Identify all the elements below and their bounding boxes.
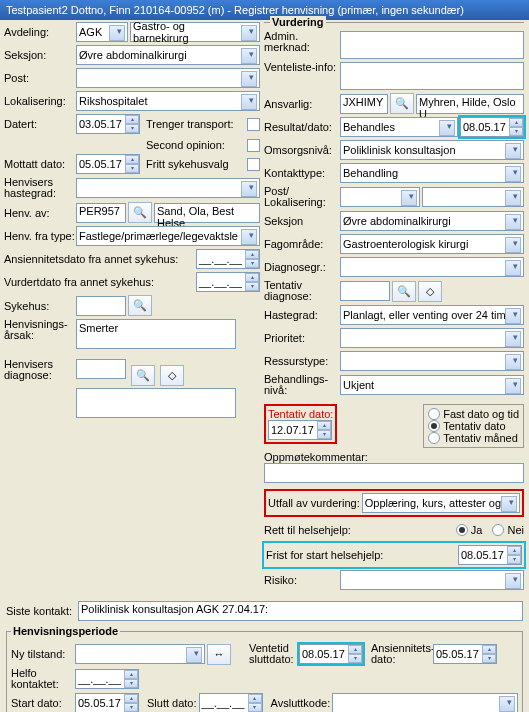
avdeling-label: Avdeling: — [4, 26, 76, 38]
henvisningsperiode-section: Henvisningsperiode Ny tilstand: ↔ Ventet… — [6, 625, 523, 712]
lok-r-select[interactable] — [422, 187, 524, 207]
diagnosegr-select[interactable] — [340, 257, 524, 277]
ventetid-date[interactable]: 08.05.17▴▾ — [299, 644, 363, 664]
admin-textarea[interactable] — [340, 31, 524, 59]
hastegrad-select[interactable] — [76, 178, 260, 198]
vurdert-label: Vurdertdato fra annet sykehus: — [4, 276, 196, 288]
resultat-date[interactable]: 08.05.17▴▾ — [460, 117, 524, 137]
risiko-select[interactable] — [340, 570, 524, 590]
seksjon-select[interactable]: Øvre abdominalkirurgi — [76, 45, 260, 65]
binoculars-icon[interactable]: 🔍 — [392, 281, 416, 302]
arsak-textarea[interactable]: Smerter — [76, 319, 236, 349]
resultat-select[interactable]: Behandles — [340, 117, 458, 137]
post-r-select[interactable] — [340, 187, 420, 207]
sykehus-input[interactable] — [76, 296, 126, 316]
ventetid-label: Ventetid sluttdato: — [249, 643, 299, 665]
trenger-transport-label: Trenger transport: — [146, 118, 243, 130]
hastegrad-r-label: Hastegrad: — [264, 309, 340, 321]
hp-legend: Henvisningsperiode — [11, 625, 120, 637]
binoculars-icon[interactable]: 🔍 — [128, 295, 152, 316]
slutt-date[interactable]: __.__.__▴▾ — [199, 693, 263, 712]
diag-textarea[interactable] — [76, 388, 236, 418]
tentativ-dato[interactable]: 12.07.17▴▾ — [268, 420, 332, 440]
second-opinion-checkbox[interactable] — [247, 139, 260, 152]
helfo-date[interactable]: __.__.__▴▾ — [75, 669, 139, 689]
ny-tilstand-label: Ny tilstand: — [11, 648, 75, 660]
fagomrade-select[interactable]: Gastroenterologisk kirurgi — [340, 234, 524, 254]
ansvarlig-name[interactable]: Myhren, Hilde, Oslo U — [416, 94, 524, 114]
ressurstype-select[interactable] — [340, 351, 524, 371]
venteliste-textarea[interactable] — [340, 62, 524, 90]
eraser-icon[interactable]: ◇ — [418, 281, 442, 302]
eraser-icon[interactable]: ◇ — [160, 365, 184, 386]
post-lok-label: Post/ Lokalisering: — [264, 186, 340, 208]
lokalisering-select[interactable]: Rikshospitalet — [76, 91, 260, 111]
datert-date[interactable]: 03.05.17▴▾ — [76, 114, 140, 134]
helfo-label: Helfo kontaktet: — [11, 668, 75, 690]
avslutt-select[interactable] — [332, 693, 518, 712]
diagnosegr-label: Diagnosegr.: — [264, 261, 340, 273]
oppmote-label: Oppmøtekommentar: — [264, 451, 524, 463]
omsorg-label: Omsorgsnivå: — [264, 144, 340, 156]
datert-label: Datert: — [4, 118, 76, 130]
fritt-label: Fritt sykehusvalg — [146, 158, 243, 170]
omsorg-select[interactable]: Poliklinisk konsultasjon — [340, 140, 524, 160]
post-select[interactable] — [76, 68, 260, 88]
expand-icon[interactable]: ↔ — [207, 644, 231, 665]
avdeling-select[interactable]: AGK — [76, 22, 128, 42]
fritt-checkbox[interactable] — [247, 158, 260, 171]
henv-av-label: Henv. av: — [4, 207, 76, 219]
kontakttype-label: Kontakttype: — [264, 167, 340, 179]
henv-fra-type-select[interactable]: Fastlege/primærlege/legevaktsle — [76, 226, 260, 246]
henv-av-name[interactable]: Sand, Ola, Best Helse — [154, 203, 260, 223]
binoculars-icon[interactable]: 🔍 — [390, 93, 414, 114]
radio-nei[interactable] — [492, 524, 504, 536]
utfall-label: Utfall av vurdering: — [268, 497, 360, 509]
siste-label: Siste kontakt: — [6, 605, 78, 617]
slutt-label: Slutt dato: — [147, 697, 197, 709]
binoculars-icon[interactable]: 🔍 — [131, 365, 155, 386]
radio-ja[interactable] — [456, 524, 468, 536]
henv-av-code[interactable]: PER957 — [76, 203, 126, 223]
hastegrad-r-select[interactable]: Planlagt, eller venting over 24 tim — [340, 305, 524, 325]
prioritet-label: Prioritet: — [264, 332, 340, 344]
radio-tentativ[interactable] — [428, 420, 440, 432]
vurdert-date[interactable]: __.__.__▴▾ — [196, 272, 260, 292]
radio-fast[interactable] — [428, 408, 440, 420]
mottatt-date[interactable]: 05.05.17▴▾ — [76, 154, 140, 174]
lokalisering-label: Lokalisering: — [4, 95, 76, 107]
start-date[interactable]: 05.05.17▴▾ — [75, 693, 139, 712]
diag-label: Henvisers diagnose: — [4, 359, 76, 381]
venteliste-label: Venteliste-info: — [264, 62, 340, 73]
siste-input[interactable]: Poliklinisk konsultasjon AGK 27.04.17: — [78, 601, 523, 621]
admin-label: Admin. merknad: — [264, 31, 340, 53]
avdeling2-select[interactable]: Gastro- og barnekirurg — [130, 22, 260, 42]
seksjon-r-label: Seksjon — [264, 215, 340, 227]
tentativ-dato-box: Tentativ dato: 12.07.17▴▾ — [264, 404, 337, 444]
kontakttype-select[interactable]: Behandling — [340, 163, 524, 183]
trenger-transport-checkbox[interactable] — [247, 118, 260, 131]
arsak-label: Henvisnings-årsak: — [4, 319, 76, 341]
seksjon-label: Seksjon: — [4, 49, 76, 61]
hastegrad-label: Henvisers hastegrad: — [4, 177, 76, 199]
frist-label: Frist for start helsehjelp: — [266, 549, 458, 561]
prioritet-select[interactable] — [340, 328, 524, 348]
radio-maned[interactable] — [428, 432, 440, 444]
ans-date[interactable]: 05.05.17▴▾ — [433, 644, 497, 664]
utfall-select[interactable]: Opplæring, kurs, attester og — [362, 493, 520, 513]
tentativ-diag-input[interactable] — [340, 281, 390, 301]
behandling-select[interactable]: Ukjent — [340, 375, 524, 395]
ansvarlig-code[interactable]: JXHIMY — [340, 94, 388, 114]
binoculars-icon[interactable]: 🔍 — [128, 202, 152, 223]
frist-date[interactable]: 08.05.17▴▾ — [458, 545, 522, 565]
second-opinion-label: Second opinion: — [146, 139, 243, 151]
ansiennitet-date[interactable]: __.__.__▴▾ — [196, 249, 260, 269]
post-label: Post: — [4, 72, 76, 84]
risiko-label: Risiko: — [264, 574, 340, 586]
ny-tilstand-select[interactable] — [75, 644, 205, 664]
seksjon-r-select[interactable]: Øvre abdominalkirurgi — [340, 211, 524, 231]
mottatt-label: Mottatt dato: — [4, 158, 76, 170]
diag-input[interactable] — [76, 359, 126, 379]
oppmote-input[interactable] — [264, 463, 524, 483]
start-label: Start dato: — [11, 697, 75, 709]
